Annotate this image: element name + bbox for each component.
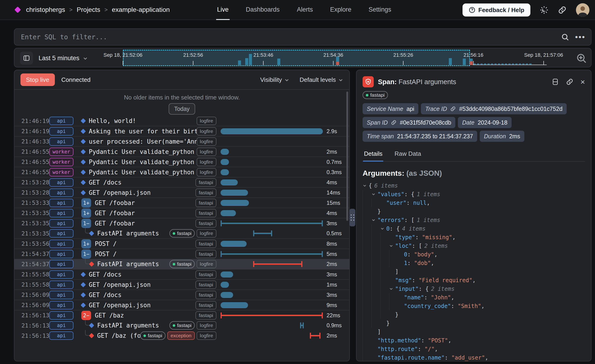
duration-bar-track (219, 300, 324, 310)
duration-label: 2.9s (324, 128, 349, 135)
json-collapse-caret[interactable] (380, 227, 386, 231)
breadcrumb-item[interactable]: Projects (77, 6, 100, 14)
json-token-key: "user" (386, 200, 406, 206)
nav-tab-alerts[interactable]: Alerts (296, 0, 314, 20)
copy-link-icon[interactable] (566, 78, 573, 86)
json-tree: {6 items"values": {1 items"user": null,}… (363, 181, 585, 361)
tab-details[interactable]: Details (363, 149, 383, 162)
theme-toggle-icon[interactable] (540, 6, 549, 14)
log-row[interactable]: 21:46:19apiAsking the user for their bir… (14, 126, 349, 136)
split-panel-icon[interactable] (552, 78, 559, 86)
log-row[interactable]: 21:55:58apiGET /openapi.jsonfastapi1ms (14, 279, 349, 290)
stop-live-button[interactable]: Stop live (21, 73, 55, 86)
json-token-items: 2 items (431, 286, 455, 292)
meta-pill-trace-id[interactable]: Trace ID#53ddc40980a86b57bfe89c1cc01c752… (421, 103, 567, 114)
log-row[interactable]: 21:53:35api1+GET /foobarfastapi4ms (14, 208, 349, 218)
json-token-punc: , (481, 303, 484, 309)
log-tags: fastapi (195, 178, 216, 187)
log-row[interactable]: 21:46:55workerPydantic User validate_pyt… (14, 146, 349, 157)
log-row[interactable]: 21:53:35apiFastAPI argumentsfastapilogfi… (14, 228, 349, 238)
json-token-punc: , (472, 277, 475, 284)
duration-bar-track (219, 290, 324, 300)
json-indent-guide (380, 259, 389, 267)
scrollbar-thumb[interactable] (346, 92, 348, 221)
expand-collapse-badge[interactable]: 2− (81, 311, 91, 320)
expand-collapse-badge[interactable]: 1+ (81, 208, 91, 218)
log-row[interactable]: 21:53:35api1−GET /foobarfastapi3ms (14, 218, 349, 228)
expand-collapse-badge[interactable]: 1− (81, 250, 91, 259)
json-token-key: "type" (395, 234, 415, 241)
tab-raw-data[interactable]: Raw Data (394, 149, 422, 162)
sql-filter-input[interactable] (14, 33, 561, 41)
json-indent-guide (363, 216, 371, 224)
json-indent-guide (380, 242, 389, 250)
log-message: FastAPI arguments (97, 261, 159, 268)
feedback-help-button[interactable]: Feedback / Help (462, 3, 530, 16)
meta-pill-span-id[interactable]: Span ID#0e31f5fd70e08cdb (363, 117, 455, 128)
green-dot-icon (173, 232, 175, 235)
link-icon[interactable] (450, 106, 456, 112)
link-icon[interactable] (391, 120, 397, 125)
log-row[interactable]: 21:46:55workerPydantic User validate_pyt… (14, 167, 349, 177)
timeline-tick-mark (333, 61, 333, 65)
log-message: FastAPI arguments (97, 322, 159, 329)
nav-tab-settings[interactable]: Settings (368, 0, 392, 20)
span-diamond-icon (81, 180, 86, 185)
log-row[interactable]: 21:46:33apiuser processed: User(name='An… (14, 136, 349, 146)
logfire-logo[interactable] (14, 7, 21, 13)
live-view-panel: Stop live Connected Visibility Default l… (14, 70, 350, 361)
json-collapse-caret[interactable] (371, 218, 377, 222)
log-row[interactable]: 21:46:55workerPydantic User validate_pyt… (14, 157, 349, 167)
breadcrumb-item[interactable]: christophergs (26, 6, 65, 14)
log-row[interactable]: 21:56:09apiGET /docsfastapi3ms (14, 290, 349, 300)
more-options-icon[interactable]: ••• (575, 36, 586, 38)
log-row[interactable]: 21:53:28apiGET /openapi.jsonfastapi14ms (14, 187, 349, 198)
panel-resize-handle[interactable] (349, 209, 355, 226)
json-collapse-caret[interactable] (389, 287, 395, 291)
tag-logfire: logfire (197, 127, 216, 136)
json-token-items: 6 items (374, 182, 398, 189)
span-diamond-icon (81, 118, 86, 124)
timeline-histogram[interactable]: Sep 18, 21:52:0621:52:5621:53:4621:54:36… (14, 48, 591, 67)
share-link-icon[interactable] (558, 6, 567, 14)
log-row[interactable]: 21:55:58apiGET /docsfastapi3ms (14, 269, 349, 279)
json-collapse-caret[interactable] (371, 192, 377, 196)
user-avatar[interactable] (576, 3, 589, 17)
log-row[interactable]: 21:46:19apiHello, world!logfire (14, 116, 349, 126)
nav-tab-dashboards[interactable]: Dashboards (245, 0, 281, 20)
log-timestamp: 21:53:28 (14, 189, 49, 196)
visibility-dropdown[interactable]: Visibility (260, 76, 289, 83)
nav-tab-live[interactable]: Live (216, 0, 230, 20)
breadcrumb-item[interactable]: example-application (112, 6, 170, 14)
log-row[interactable]: 21:56:13api2−GET /bazfastapi22ms (14, 310, 349, 320)
search-icon[interactable] (561, 33, 569, 41)
expand-collapse-badge[interactable]: 1+ (81, 198, 91, 207)
log-row[interactable]: 21:54:37api1−POST /fastapi5ms (14, 249, 349, 259)
json-collapse-caret[interactable] (363, 184, 369, 188)
log-row[interactable]: 21:54:37apiFastAPI argumentsfastapilogfi… (14, 259, 349, 269)
json-indent-guide (363, 285, 371, 293)
duration-label: 3ms (324, 271, 349, 278)
json-token-key: "loc" (395, 243, 412, 249)
expand-collapse-badge[interactable]: 1− (81, 219, 91, 228)
nav-tab-explore[interactable]: Explore (329, 0, 352, 20)
json-collapse-caret[interactable] (389, 244, 395, 248)
json-indent-guide (371, 319, 380, 328)
timeline-selection[interactable] (123, 50, 470, 66)
zoom-in-icon[interactable] (576, 52, 587, 64)
json-indent-guide (371, 199, 380, 207)
span-detail-header: Span: FastAPI arguments × (363, 76, 585, 87)
json-token-punc: , (435, 346, 438, 352)
log-row[interactable]: 21:53:28apiGET /docsfastapi4ms (14, 177, 349, 187)
today-button[interactable]: Today (169, 103, 195, 114)
tree-connector (85, 228, 90, 233)
log-row[interactable]: 21:53:33api1+GET /foobarfastapi15ms (14, 198, 349, 208)
close-icon[interactable]: × (580, 78, 585, 86)
expand-collapse-badge[interactable]: 1+ (81, 239, 91, 249)
default-levels-dropdown[interactable]: Default levels (300, 76, 343, 83)
log-row[interactable]: 21:53:56api1+POST /fastapi8ms (14, 238, 349, 249)
json-token-punc: : (451, 303, 458, 309)
log-row[interactable]: 21:56:13apiGET /baz (fofastapiexceptionl… (14, 330, 349, 341)
log-row[interactable]: 21:56:13apiFastAPI argumentsfastapilogfi… (14, 320, 349, 330)
log-row[interactable]: 21:56:09apiGET /openapi.jsonfastapi9ms (14, 300, 349, 310)
